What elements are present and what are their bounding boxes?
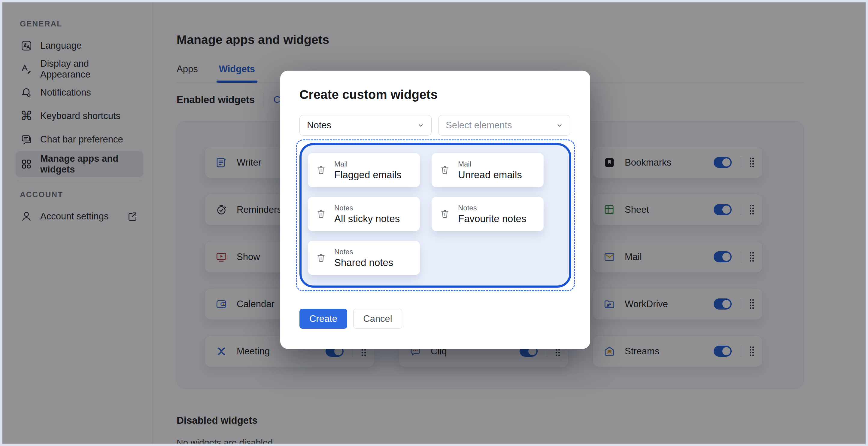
- element-app-label: Notes: [334, 248, 393, 256]
- element-name: All sticky notes: [334, 213, 400, 225]
- create-button[interactable]: Create: [300, 309, 347, 329]
- element-name: Unread emails: [458, 169, 522, 181]
- selected-elements-grid: Mail Flagged emails Mail Unread emails: [308, 153, 569, 275]
- dialog-title: Create custom widgets: [300, 87, 571, 102]
- dialog-selects: Notes Select elements: [300, 115, 571, 136]
- trash-icon[interactable]: [316, 252, 327, 263]
- element-name: Flagged emails: [334, 169, 402, 181]
- cancel-button[interactable]: Cancel: [353, 309, 402, 329]
- dropzone-area: Mail Flagged emails Mail Unread emails: [300, 143, 571, 288]
- trash-icon[interactable]: [439, 209, 450, 219]
- elements-select-placeholder: Select elements: [446, 120, 512, 131]
- element-name: Favourite notes: [458, 213, 526, 225]
- trash-icon[interactable]: [316, 209, 327, 219]
- trash-icon[interactable]: [439, 165, 450, 176]
- selected-element-card[interactable]: Mail Unread emails: [432, 153, 544, 187]
- trash-icon[interactable]: [316, 165, 327, 176]
- selected-element-card[interactable]: Notes All sticky notes: [308, 197, 420, 231]
- app-select[interactable]: Notes: [300, 115, 432, 136]
- elements-select[interactable]: Select elements: [438, 115, 570, 136]
- dialog-actions: Create Cancel: [300, 309, 571, 329]
- app-select-value: Notes: [307, 120, 331, 131]
- element-name: Shared notes: [334, 257, 393, 268]
- element-app-label: Notes: [458, 204, 526, 212]
- element-app-label: Mail: [458, 160, 522, 168]
- selected-element-card[interactable]: Notes Favourite notes: [432, 197, 544, 231]
- create-custom-widgets-dialog: Create custom widgets Notes Select eleme…: [280, 71, 590, 349]
- element-app-label: Mail: [334, 160, 402, 168]
- chevron-down-icon: [417, 121, 425, 129]
- selected-element-card[interactable]: Notes Shared notes: [308, 241, 420, 275]
- selected-elements-dropzone: Mail Flagged emails Mail Unread emails: [300, 143, 571, 288]
- settings-window: GENERAL Language Display and Appearance: [0, 0, 868, 446]
- element-app-label: Notes: [334, 204, 400, 212]
- chevron-down-icon: [556, 121, 563, 129]
- selected-element-card[interactable]: Mail Flagged emails: [308, 153, 420, 187]
